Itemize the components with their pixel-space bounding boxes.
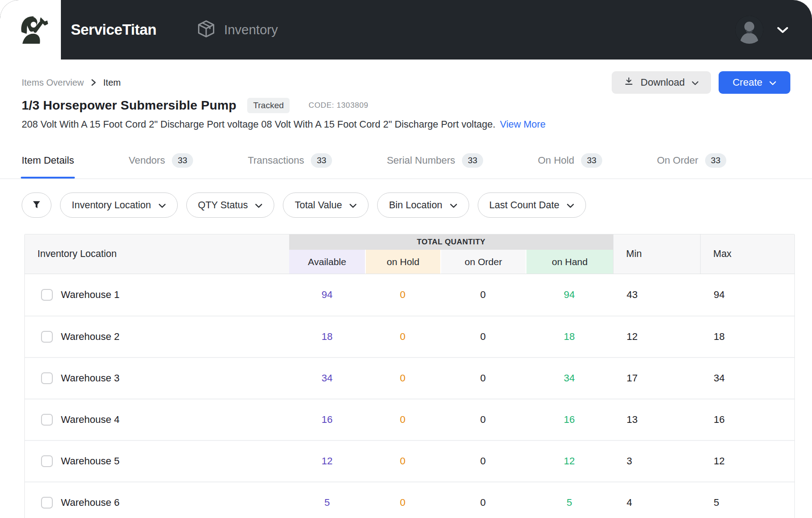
- chevron-down-icon: [450, 200, 457, 211]
- filter-qty-status[interactable]: QTY Status: [186, 193, 275, 218]
- min-value: 17: [613, 372, 700, 384]
- breadcrumb-items-overview[interactable]: Items Overview: [22, 78, 84, 88]
- min-value: 13: [613, 414, 700, 426]
- row-checkbox[interactable]: [41, 497, 53, 509]
- tab-count-badge: 33: [311, 153, 332, 168]
- download-icon: [624, 76, 634, 89]
- module-label: Inventory: [224, 23, 278, 37]
- inventory-table: Inventory Location TOTAL QUANTITY Availa…: [24, 234, 795, 518]
- location-label: Warehouse 3: [61, 372, 120, 384]
- chip-label: Inventory Location: [72, 200, 151, 211]
- download-button[interactable]: Download: [612, 71, 711, 94]
- available-value: 16: [289, 414, 365, 426]
- on-hold-value: 0: [365, 372, 440, 384]
- package-icon: [196, 19, 216, 41]
- table-row[interactable]: Warehouse 4 16 0 0 16 13 16: [25, 399, 794, 440]
- on-hand-value: 12: [526, 455, 613, 467]
- on-order-value: 0: [440, 414, 526, 426]
- account-menu-chevron-icon[interactable]: [777, 27, 789, 33]
- tab-transactions[interactable]: Transactions 33: [248, 153, 332, 179]
- chip-label: Total Value: [295, 200, 342, 211]
- location-label: Warehouse 1: [61, 289, 120, 301]
- on-hand-value: 5: [526, 497, 613, 509]
- available-value: 94: [289, 289, 365, 301]
- tab-count-badge: 33: [172, 153, 193, 168]
- max-value: 34: [700, 372, 794, 384]
- max-value: 16: [700, 414, 794, 426]
- tab-on-order[interactable]: On Order 33: [657, 153, 726, 179]
- row-checkbox[interactable]: [41, 455, 53, 467]
- filter-inventory-location[interactable]: Inventory Location: [60, 193, 178, 218]
- module-nav[interactable]: Inventory: [196, 19, 278, 41]
- on-order-value: 0: [440, 289, 526, 301]
- row-checkbox[interactable]: [41, 289, 53, 301]
- titan-mascot-icon: [10, 8, 51, 51]
- on-hold-value: 0: [365, 414, 440, 426]
- filter-button[interactable]: [22, 193, 51, 218]
- tab-bar: Item Details Vendors 33 Transactions 33 …: [0, 153, 812, 179]
- tab-vendors[interactable]: Vendors 33: [129, 153, 193, 179]
- breadcrumb-item: Item: [103, 78, 121, 88]
- max-value: 12: [700, 455, 794, 467]
- tracked-badge: Tracked: [247, 98, 290, 113]
- chevron-down-icon: [692, 77, 699, 88]
- on-hold-value: 0: [365, 455, 440, 467]
- breadcrumb: Items Overview Item: [22, 78, 121, 88]
- max-value: 5: [700, 497, 794, 509]
- page-title: 1/3 Horsepower Submersible Pump: [22, 98, 236, 113]
- filter-total-value[interactable]: Total Value: [283, 193, 369, 218]
- chevron-down-icon: [349, 200, 357, 211]
- app-header: ServiceTitan Inventory: [0, 0, 812, 60]
- tab-label: Item Details: [22, 155, 74, 166]
- tab-label: Serial Numbers: [387, 155, 455, 166]
- create-button[interactable]: Create: [719, 71, 790, 94]
- tab-item-details[interactable]: Item Details: [22, 153, 74, 179]
- tab-count-badge: 33: [462, 153, 483, 168]
- brand-logo[interactable]: [0, 0, 61, 60]
- filter-last-count-date[interactable]: Last Count Date: [478, 193, 586, 218]
- brand-wordmark: ServiceTitan: [71, 21, 157, 38]
- available-value: 12: [289, 455, 365, 467]
- table-row[interactable]: Warehouse 1 94 0 0 94 43 94: [25, 274, 794, 316]
- chip-label: Bin Location: [389, 200, 442, 211]
- min-value: 4: [613, 497, 700, 509]
- chevron-down-icon: [158, 200, 166, 211]
- view-more-link[interactable]: View More: [500, 119, 545, 130]
- location-label: Warehouse 6: [61, 497, 120, 509]
- tab-count-badge: 33: [581, 153, 602, 168]
- user-avatar[interactable]: [735, 16, 763, 44]
- filter-funnel-icon: [32, 200, 42, 211]
- on-hand-value: 94: [526, 289, 613, 301]
- table-row[interactable]: Warehouse 6 5 0 0 5 4 5: [25, 481, 794, 518]
- tab-on-hold[interactable]: On Hold 33: [538, 153, 602, 179]
- table-row[interactable]: Warehouse 5 12 0 0 12 3 12: [25, 440, 794, 481]
- chip-label: QTY Status: [198, 200, 248, 211]
- download-label: Download: [641, 77, 685, 88]
- column-header-on-hold: on Hold: [365, 250, 440, 274]
- on-order-value: 0: [440, 455, 526, 467]
- row-checkbox[interactable]: [41, 331, 53, 343]
- row-checkbox[interactable]: [41, 372, 53, 384]
- tab-serial-numbers[interactable]: Serial Numbers 33: [387, 153, 483, 179]
- on-order-value: 0: [440, 331, 526, 343]
- chevron-down-icon: [255, 200, 263, 211]
- app-window: ServiceTitan Inventory: [0, 0, 812, 518]
- table-row[interactable]: Warehouse 3 34 0 0 34 17 34: [25, 357, 794, 399]
- min-value: 43: [613, 289, 700, 301]
- location-label: Warehouse 5: [61, 455, 120, 467]
- on-hand-value: 16: [526, 414, 613, 426]
- tab-label: Transactions: [248, 155, 304, 166]
- tab-count-badge: 33: [705, 153, 726, 168]
- tab-label: On Order: [657, 155, 698, 166]
- chevron-right-icon: [91, 79, 96, 86]
- filter-bin-location[interactable]: Bin Location: [377, 193, 469, 218]
- item-description: 208 Volt With A 15 Foot Cord 2" Discharg…: [22, 119, 495, 130]
- chevron-down-icon: [769, 77, 776, 88]
- column-header-min: Min: [613, 234, 700, 274]
- column-header-available: Available: [289, 250, 365, 274]
- item-code: CODE: 1303809: [309, 101, 369, 110]
- max-value: 94: [700, 289, 794, 301]
- table-row[interactable]: Warehouse 2 18 0 0 18 12 18: [25, 316, 794, 357]
- row-checkbox[interactable]: [41, 414, 53, 426]
- on-hold-value: 0: [365, 497, 440, 509]
